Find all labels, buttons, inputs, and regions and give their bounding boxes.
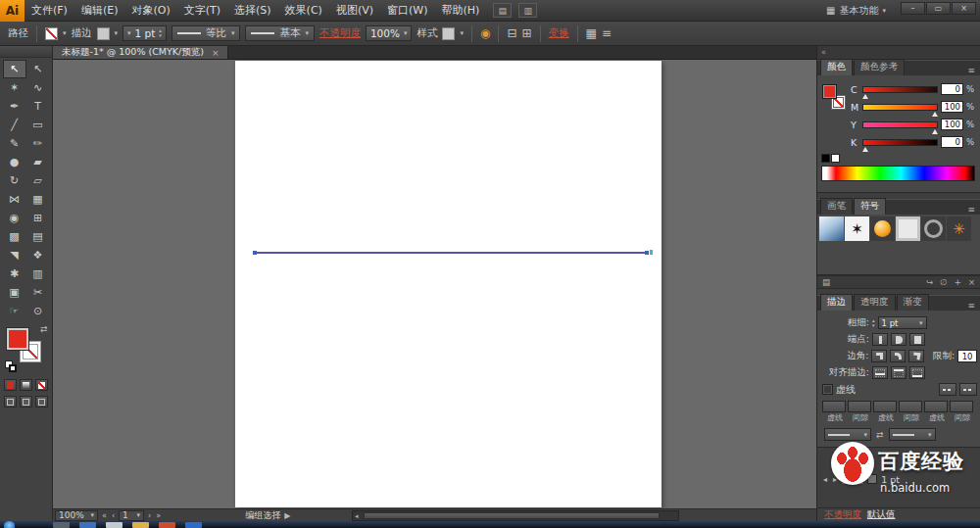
- dash-field-3[interactable]: [873, 401, 897, 412]
- lasso-tool[interactable]: ∿: [26, 78, 50, 97]
- symbols-tab-1[interactable]: 画笔: [820, 198, 853, 215]
- appearance-stroke-link[interactable]: 描边:: [842, 473, 863, 486]
- menu-item-7[interactable]: 视图(V): [329, 0, 380, 22]
- align-stroke-outside-button[interactable]: [909, 366, 925, 379]
- dash-field-1[interactable]: [822, 401, 846, 412]
- menu-item-1[interactable]: 文件(F): [24, 0, 74, 22]
- appearance-opacity-value[interactable]: 默认值: [867, 508, 896, 521]
- width-tool[interactable]: ⋈: [3, 190, 26, 209]
- channel-value-field[interactable]: 0: [941, 136, 963, 148]
- chevron-down-icon[interactable]: ▾: [460, 29, 464, 37]
- chevron-down-icon[interactable]: ▾: [63, 29, 67, 37]
- magic-wand-tool[interactable]: ✶: [3, 78, 26, 97]
- hand-tool[interactable]: ☞: [3, 302, 26, 320]
- color-mode-button[interactable]: [4, 379, 17, 391]
- symbol-gradient-square[interactable]: [819, 216, 844, 241]
- rotate-tool[interactable]: ↻: [3, 171, 26, 190]
- miter-limit-field[interactable]: 10: [957, 350, 977, 362]
- menu-item-5[interactable]: 选择(S): [227, 0, 278, 22]
- symbol-gear[interactable]: [921, 216, 946, 241]
- column-graph-tool[interactable]: ▥: [26, 264, 50, 283]
- taskbar-icon-4[interactable]: [132, 522, 149, 528]
- blob-brush-tool[interactable]: ●: [3, 153, 26, 171]
- scroll-left-icon[interactable]: ◂: [355, 512, 359, 520]
- place-symbol-icon[interactable]: ↪: [926, 277, 933, 287]
- menu-item-4[interactable]: 文字(T): [177, 0, 227, 22]
- swap-colors-icon[interactable]: ⇄: [40, 324, 48, 334]
- weight-stepper[interactable]: ▴▾: [159, 28, 162, 38]
- menu-item-2[interactable]: 编辑(E): [74, 0, 125, 22]
- align-stroke-inside-button[interactable]: [891, 366, 906, 379]
- dash-field-2[interactable]: [848, 401, 871, 412]
- stroke-weight-field[interactable]: ▾ 1 pt ▴▾: [122, 25, 167, 41]
- symbol-libraries-icon[interactable]: ▤: [822, 277, 830, 287]
- taskbar-icon-2[interactable]: [79, 522, 96, 528]
- first-artboard-button[interactable]: «: [101, 511, 108, 520]
- weight-dropdown[interactable]: 1 pt ▾: [878, 316, 927, 329]
- opacity-panel-link[interactable]: 不透明度: [319, 26, 361, 40]
- selected-line-path[interactable]: [255, 252, 647, 254]
- align-horizontal-icon[interactable]: ⊟: [507, 26, 516, 40]
- mesh-tool[interactable]: ▩: [3, 227, 26, 246]
- pen-tool[interactable]: ✒: [3, 97, 26, 116]
- arrowhead-start-dropdown[interactable]: ▾: [824, 428, 871, 441]
- restore-button[interactable]: ▭: [926, 2, 951, 15]
- tab-close-icon[interactable]: ×: [212, 48, 220, 58]
- opacity-field[interactable]: 100% ▾: [366, 25, 413, 41]
- workspace-switcher[interactable]: ▦ 基本功能 ▾: [816, 4, 896, 18]
- default-colors-icon[interactable]: [5, 360, 19, 374]
- selection-tool[interactable]: ↖: [3, 60, 26, 78]
- type-tool[interactable]: T: [26, 97, 50, 116]
- last-artboard-button[interactable]: »: [155, 511, 162, 520]
- color-tab-2[interactable]: 颜色参考: [854, 59, 905, 75]
- zoom-tool[interactable]: ⊙: [26, 302, 50, 320]
- appearance-opacity-link[interactable]: 不透明度: [824, 508, 861, 521]
- artboard-tool[interactable]: ▣: [3, 283, 26, 302]
- color-slider-track[interactable]: [862, 139, 938, 146]
- start-button[interactable]: [4, 521, 15, 528]
- color-slider-thumb[interactable]: [932, 112, 938, 117]
- style-swatch[interactable]: [442, 27, 455, 40]
- menu-item-8[interactable]: 窗口(W): [380, 0, 434, 22]
- swap-arrowheads-icon[interactable]: ⇄: [876, 430, 884, 440]
- dash-field-5[interactable]: [924, 401, 948, 412]
- collapse-dock-icon[interactable]: «: [821, 48, 826, 57]
- gradient-mode-button[interactable]: [20, 379, 32, 391]
- color-slider-track[interactable]: [862, 86, 938, 93]
- eyedropper-tool[interactable]: ◥: [3, 246, 26, 264]
- channel-value-field[interactable]: 100: [941, 119, 963, 130]
- draw-behind-button[interactable]: [20, 396, 32, 408]
- delete-symbol-icon[interactable]: ×: [968, 277, 975, 287]
- anchor-point-right[interactable]: [645, 251, 649, 255]
- stroke-tab-2[interactable]: 透明度: [854, 294, 896, 311]
- draw-inside-button[interactable]: [35, 396, 48, 408]
- pencil-tool[interactable]: ✏: [26, 134, 50, 153]
- minimize-button[interactable]: –: [901, 2, 925, 15]
- symbol-flower-silhouette[interactable]: [845, 216, 869, 241]
- close-button[interactable]: ×: [952, 2, 976, 15]
- anchor-point-left[interactable]: [253, 251, 257, 255]
- black-swatch[interactable]: [821, 154, 830, 163]
- document-layout-icon[interactable]: ▥: [518, 3, 537, 18]
- paintbrush-tool[interactable]: ✎: [3, 134, 26, 153]
- panel-menu-icon[interactable]: ≡: [965, 205, 977, 215]
- color-slider-thumb[interactable]: [862, 147, 868, 152]
- stroke-color-swatch[interactable]: [97, 27, 110, 40]
- line-segment-tool[interactable]: ╱: [3, 116, 26, 134]
- break-link-icon[interactable]: ∅: [940, 277, 947, 287]
- butt-cap-button[interactable]: [872, 333, 888, 346]
- prev-artboard-button[interactable]: ‹: [111, 511, 116, 520]
- menu-item-6[interactable]: 效果(C): [278, 0, 329, 22]
- taskbar-icon-5[interactable]: [159, 522, 175, 528]
- fill-swatch[interactable]: [7, 328, 28, 350]
- fill-stroke-indicator[interactable]: [822, 84, 848, 114]
- align-stroke-center-button[interactable]: [872, 366, 888, 379]
- blend-tool[interactable]: ❖: [26, 246, 50, 264]
- dock-header[interactable]: «: [817, 46, 980, 60]
- fill-color-swatch[interactable]: [45, 27, 58, 40]
- none-mode-button[interactable]: [35, 379, 48, 391]
- down-icon[interactable]: ▾: [872, 323, 875, 328]
- status-expand-icon[interactable]: ▶: [283, 511, 291, 520]
- arrowhead-end-dropdown[interactable]: ▾: [889, 428, 936, 441]
- menu-item-9[interactable]: 帮助(H): [434, 0, 486, 22]
